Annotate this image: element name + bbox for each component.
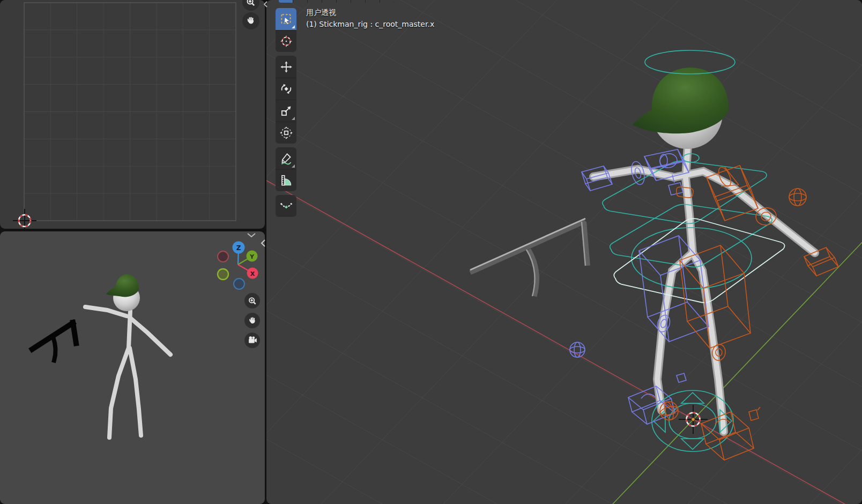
bench-object[interactable]: [470, 219, 588, 296]
hand-icon: [247, 315, 258, 327]
tool-pose-breakdown[interactable]: [276, 195, 296, 217]
tool-annotate[interactable]: [276, 147, 296, 169]
2d-cursor[interactable]: [13, 209, 36, 229]
magnifier-icon: [247, 295, 258, 307]
annotate-icon: [279, 152, 293, 166]
pan-button[interactable]: [242, 12, 259, 29]
2d-grid-canvas[interactable]: [0, 0, 265, 229]
move-icon: [279, 60, 293, 74]
magnifier-icon: [244, 0, 257, 9]
rotate-icon: [279, 82, 293, 96]
axis-minus-x-ball[interactable]: [218, 251, 228, 262]
floor-grid: [266, 0, 862, 504]
bench-silhouette[interactable]: [32, 322, 76, 360]
tool-box-select[interactable]: [276, 8, 296, 30]
2d-grid-lines: [24, 3, 236, 221]
toolbar: [276, 8, 296, 217]
stickman-body[interactable]: [593, 67, 815, 432]
preview-3d-panel[interactable]: Z Y X: [0, 231, 265, 504]
tool-transform[interactable]: [276, 122, 296, 144]
chevron-down-icon: [246, 231, 257, 239]
axis-x-label: X: [250, 270, 255, 277]
viewport-header-strip[interactable]: [279, 0, 394, 3]
axis-minus-z-ball[interactable]: [234, 279, 244, 289]
axis-y-label: Y: [249, 253, 255, 260]
region-expand-chevron[interactable]: [259, 238, 267, 249]
chevron-left-icon: [259, 238, 267, 249]
tool-rotate[interactable]: [276, 78, 296, 100]
axis-z-label: Z: [236, 244, 241, 252]
view-navigation-gizmo[interactable]: Z Y X: [212, 236, 265, 294]
axis-minus-y-ball[interactable]: [218, 269, 228, 280]
stickman-preview-body[interactable]: [85, 307, 170, 438]
tool-scale[interactable]: [276, 100, 296, 122]
transform-icon: [279, 126, 293, 140]
camera-icon: [247, 335, 258, 347]
viewport-canvas[interactable]: [266, 0, 862, 504]
scale-icon: [279, 104, 293, 118]
toolbar-collapse-chevron[interactable]: [262, 0, 269, 10]
box-select-icon: [279, 12, 293, 26]
tool-cursor[interactable]: [276, 30, 296, 52]
main-3d-viewport[interactable]: 用户透视 (1) Stickman_rig : c_root_master.x: [266, 0, 862, 504]
stickman-preview-cap[interactable]: [106, 274, 139, 297]
curve-keyframe-icon: [279, 199, 293, 213]
camera-view-button[interactable]: [244, 333, 260, 348]
cursor-tool-icon: [279, 34, 293, 48]
panel-header-chevron-button[interactable]: [246, 231, 257, 239]
measure-icon: [279, 174, 293, 187]
hand-icon: [244, 14, 257, 27]
preview-zoom-button[interactable]: [244, 293, 260, 309]
tool-move[interactable]: [276, 56, 296, 78]
preview-pan-button[interactable]: [244, 313, 260, 328]
stickman-cap[interactable]: [633, 67, 729, 133]
tool-measure[interactable]: [276, 169, 296, 191]
chevron-left-icon: [262, 0, 269, 10]
editor-2d-panel[interactable]: [0, 0, 265, 229]
